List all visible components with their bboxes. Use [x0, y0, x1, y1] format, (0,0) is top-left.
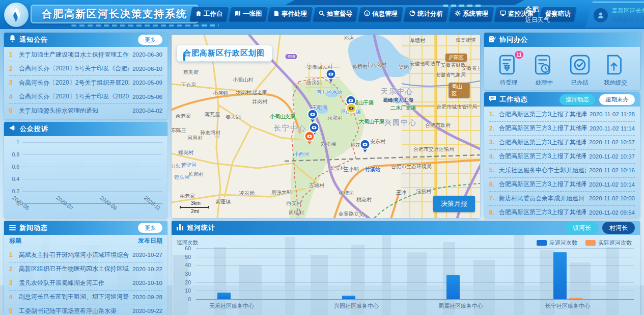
nav-item-label: 统计分析 [417, 10, 443, 18]
notice-date: 2020-06-30 [132, 51, 162, 58]
news-header: 新闻动态 更多 [4, 221, 167, 235]
work-index: 6. [489, 181, 496, 188]
work-index: 3. [489, 139, 496, 146]
main-nav: 工作台一张图事件处理抽查督导信息管理统计分析系统管理监控决策督察暗访 [191, 7, 575, 21]
notice-row[interactable]: 3合高河长办〔2020〕2号关于组织开展2020年度高...2020-05-09 [9, 76, 162, 90]
patrol-category: 长宁社区服务中心 [545, 302, 590, 310]
notices-more-button[interactable]: 更多 [138, 35, 162, 45]
news-title: 工委副书记陆平现场查看浮山路水渠 [19, 307, 129, 315]
work-row[interactable]: 5.天乐社区服务中心卞士郭开始巡河2020-11-02 10:16 [489, 164, 635, 178]
nav-item-4[interactable]: 抽查督导 [313, 7, 358, 21]
user-chip[interactable]: 高新区河长办 高新区河长办 [585, 2, 644, 28]
patrol-bar-actual[interactable] [569, 298, 582, 299]
map-marker-orange[interactable] [303, 130, 316, 147]
map-scale-bar: 3km 2mi [180, 200, 209, 214]
news-more-button[interactable]: 更多 [138, 223, 162, 233]
notice-title: 关于加强生产建设项目水土保持管理工作的函 [19, 50, 129, 59]
work-row[interactable]: 6.合肥高新区第三方3上报了其他事务2020-11-02 10:14 [489, 178, 635, 192]
doc-pencil-icon [489, 35, 496, 44]
work-row[interactable]: 3.合肥高新区第三方3上报了其他事务2020-11-02 10:57 [489, 136, 635, 150]
scale-km: 3km [180, 200, 209, 206]
notice-row[interactable]: 4合高河长办〔2020〕1号关于印发《2020年度合肥...2020-05-06 [9, 90, 162, 104]
work-date: 2020-11-02 10:57 [589, 139, 635, 145]
nav-item-6[interactable]: 统计分析 [403, 7, 449, 21]
decision-monthly-report-button[interactable]: 决策月报 [433, 196, 475, 212]
nav-item-label: 抽查督导 [327, 10, 352, 18]
office-doc-clock-icon [534, 54, 555, 75]
news-row[interactable]: 4副总河长昌长富到王咀湖、坝下河巡河督查2020-09-28 [9, 291, 162, 305]
office-item[interactable]: 处理中 [529, 54, 559, 87]
work-row[interactable]: 7.新店村民委员会余本成开始巡河2020-11-02 10:00 [489, 192, 635, 206]
map-marker-blue[interactable] [325, 68, 337, 85]
news-row[interactable]: 2高新区组织召开生物医药园水土保持区域评估专家...2020-10-22 [9, 262, 162, 277]
notice-row[interactable]: 5关于加强源头排水管理的通知2020-04-02 [9, 104, 162, 118]
news-row[interactable]: 1高斌友主持召开斑鸠堰河小流域环境综合治理工程...2020-10-27 [9, 248, 162, 262]
complaints-ytick: 0.8 [6, 151, 19, 158]
work-date: 2020-11-02 09:54 [589, 209, 635, 216]
news-row[interactable]: 3孟凡农带队开展蜀峰湖走河工作2020-10-10 [9, 276, 162, 291]
patrol-category: 蜀麓社区服务中心 [438, 302, 483, 310]
news-title: 副总河长昌长富到王咀湖、坝下河巡河督查 [19, 293, 129, 301]
work-tab-inactive[interactable]: 超期未办 [599, 94, 635, 105]
patrol-gridline [196, 265, 634, 266]
work-row[interactable]: 2.合肥高新区第三方3上报了其他事务2020-11-02 11:14 [489, 122, 635, 136]
patrol-bar-planned[interactable] [446, 275, 460, 299]
nav-item-2[interactable]: 一张图 [229, 7, 268, 21]
patrol-role-active[interactable]: 镇河长 [566, 222, 598, 234]
app-logo[interactable] [4, 3, 29, 27]
patrol-role-inactive[interactable]: 村河长 [602, 222, 635, 234]
nav-item-label: 一张图 [243, 10, 262, 18]
notice-index: 2 [9, 65, 16, 72]
user-name: 高新区河长办 [612, 7, 644, 15]
office-item[interactable]: 已办结 [565, 54, 595, 87]
nav-item-7[interactable]: 系统管理 [449, 7, 494, 21]
map-title-card: 合肥高新区行政区划图 [177, 45, 272, 62]
patrol-bar-planned[interactable] [342, 296, 355, 299]
complaints-gridline [22, 179, 162, 179]
notice-date: 2020-05-09 [132, 80, 162, 86]
work-index: 2. [489, 125, 496, 132]
nav-info-icon [364, 10, 370, 18]
work-title: 合肥高新区第三方3上报了其他事务 [499, 152, 586, 161]
complaints-ytick: 1 [6, 139, 19, 145]
office-item[interactable]: 我的提交 [600, 54, 631, 87]
district-map[interactable]: 五十墩村沈大郢小蜀山村蔡夹街下仓房小庙镇坊岗村赵老家井岗村余老家蒋瓦屋秦大郢东陈… [172, 35, 480, 218]
weather-widget[interactable]: 合肥 近日天气 [525, 5, 550, 24]
complaints-gridline [22, 167, 162, 167]
work-date: 2020-11-02 10:16 [589, 167, 635, 173]
news-list: 1高斌友主持召开斑鸠堰河小流域环境综合治理工程...2020-10-272高新区… [4, 247, 167, 315]
work-index: 5. [489, 167, 496, 174]
avatar [594, 8, 608, 22]
office-item[interactable]: 11待受理 [493, 54, 524, 87]
map-marker-yellow[interactable] [345, 102, 357, 119]
road-number-badge: S99 [285, 54, 297, 60]
work-row[interactable]: 4.合肥高新区第三方3上报了其他事务2020-11-02 10:37 [489, 150, 635, 164]
work-title: 合肥高新区第三方3上报了其他事务 [499, 124, 586, 133]
office-grid: 11待受理处理中已办结我的提交 [484, 47, 640, 87]
user-names: 高新区河长办 高新区河长办 [612, 7, 644, 23]
notice-row[interactable]: 1关于加强生产建设项目水土保持管理工作的函2020-06-30 [9, 48, 162, 62]
nav-item-5[interactable]: 信息管理 [358, 7, 403, 21]
work-index: 4. [489, 153, 496, 160]
work-row[interactable]: 1.合肥高新区第三方3上报了其他事务2020-11-02 11:28 [489, 108, 635, 122]
list-icon [9, 223, 16, 232]
news-title: 孟凡农带队开展蜀峰湖走河工作 [19, 279, 129, 287]
notice-date: 2020-05-06 [132, 94, 162, 100]
map-base-layers [172, 35, 480, 218]
complaints-gridline [22, 154, 162, 155]
work-tab-active[interactable]: 巡河动态 [559, 94, 595, 105]
patrol-gridline [196, 248, 634, 249]
notice-title: 关于加强源头排水管理的通知 [19, 107, 129, 115]
complaints-header: 公众投诉 [4, 122, 167, 136]
patrol-bar-planned[interactable] [553, 252, 567, 299]
complaints-ytick: 0.4 [6, 176, 19, 182]
notice-title: 合高河长办〔2020〕1号关于印发《2020年度合肥... [19, 92, 129, 101]
work-row[interactable]: 8.合肥高新区第三方3上报了其他事务2020-11-02 09:54 [489, 206, 635, 219]
patrol-bar-planned[interactable] [217, 293, 231, 299]
nav-item-3[interactable]: 事件处理 [267, 7, 313, 21]
map-marker-blue[interactable] [359, 139, 371, 155]
patrol-ytick: 60 [176, 245, 191, 251]
news-row[interactable]: 5工委副书记陆平现场查看浮山路水渠2020-09-22 [9, 304, 162, 315]
nav-item-1[interactable]: 工作台 [189, 7, 229, 21]
notice-row[interactable]: 2合高河长办〔2020〕5号关于印发《合肥高新区河...2020-06-10 [9, 62, 162, 76]
